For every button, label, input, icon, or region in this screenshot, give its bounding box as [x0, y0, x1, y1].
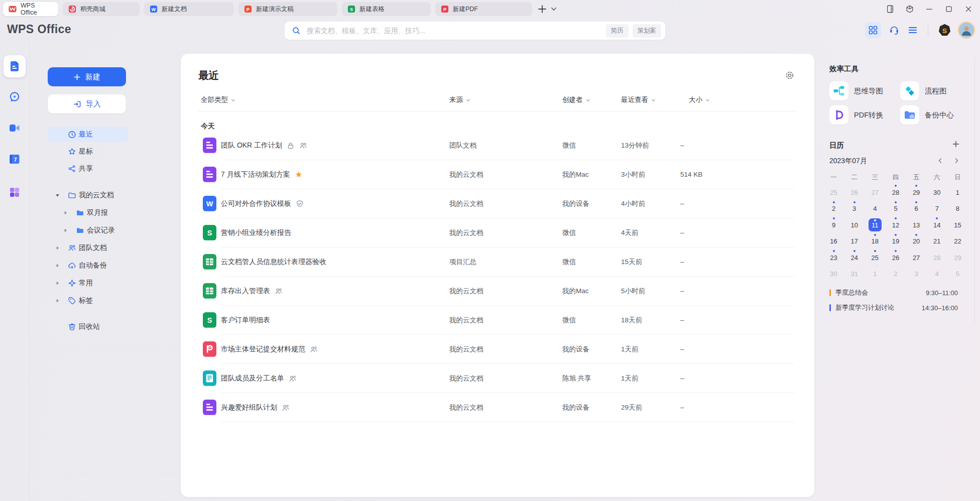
calendar-day[interactable]: 5 [947, 266, 968, 283]
main-menu-icon[interactable] [907, 25, 918, 36]
new-tab-button[interactable] [537, 4, 547, 14]
global-search-bar[interactable]: 简历策划案 [285, 22, 665, 40]
tool-backup-center[interactable]: 备份中心 [900, 105, 969, 124]
sidebar-item-recycle-bin[interactable]: 回收站 [48, 319, 128, 334]
tab-docer-mall[interactable]: 稻壳商城 [63, 2, 140, 16]
calendar-day[interactable]: 26 [885, 249, 906, 266]
sidebar-item-meeting-notes[interactable]: 会议记录 [48, 222, 128, 238]
sidebar-item-shared[interactable]: 共享 [48, 161, 128, 176]
calendar-day[interactable]: 28 [885, 184, 906, 201]
calendar-day[interactable]: 8 [947, 201, 968, 217]
tool-flowchart[interactable]: 流程图 [900, 81, 969, 100]
caret-right-icon[interactable] [55, 263, 60, 268]
column-source[interactable]: 来源 [449, 94, 471, 105]
sidebar-item-my-cloud-docs[interactable]: 我的云文档 [48, 187, 128, 203]
calendar-day[interactable]: 30 [823, 266, 844, 283]
calendar-day[interactable]: 15 [947, 217, 968, 233]
calendar-day[interactable]: 24 [844, 249, 865, 266]
sidebar-item-frequent[interactable]: 常用 [48, 275, 128, 291]
sidebar-item-team-docs[interactable]: 团队文档 [48, 240, 128, 256]
calendar-day[interactable]: 19 [885, 233, 906, 250]
calendar-day[interactable]: 17 [844, 233, 865, 250]
calendar-day[interactable]: 25 [823, 184, 844, 201]
column-size[interactable]: 大小 [689, 94, 710, 105]
close-button[interactable] [964, 5, 973, 14]
file-row[interactable]: S客户订单明细表我的云文档微信18天前– [181, 306, 814, 335]
calendar-day[interactable]: 20 [906, 233, 927, 250]
search-tag-1[interactable]: 简历 [606, 24, 629, 38]
calendar-prev-icon[interactable] [937, 158, 943, 164]
file-row[interactable]: 7 月线下活动策划方案我的云文档我的Mac3小时前514 KB [181, 160, 814, 189]
import-button[interactable]: 导入 [48, 94, 126, 113]
new-document-button[interactable]: 新建 [48, 67, 126, 86]
calendar-day[interactable]: 16 [823, 233, 844, 250]
file-row[interactable]: 库存出入管理表我的云文档我的Mac5小时前– [181, 277, 814, 306]
caret-right-icon[interactable] [63, 227, 68, 233]
tool-pdf-convert[interactable]: PDF转换 [829, 105, 900, 124]
calendar-next-icon[interactable] [953, 158, 959, 164]
calendar-day[interactable]: 27 [865, 184, 885, 201]
caret-right-icon[interactable] [55, 280, 60, 286]
calendar-day[interactable]: 3 [844, 201, 865, 217]
file-row[interactable]: 团队成员及分工名单我的云文档陈旭 共享1天前– [181, 364, 814, 393]
rail-item-apps[interactable] [4, 181, 26, 203]
calendar-day[interactable]: 1 [865, 266, 885, 283]
calendar-day[interactable]: 2 [823, 201, 844, 217]
calendar-day[interactable]: 31 [844, 266, 865, 283]
search-tag-2[interactable]: 策划案 [633, 24, 662, 38]
calendar-day[interactable]: 30 [927, 184, 947, 201]
caret-down-icon[interactable] [55, 192, 60, 198]
calendar-day[interactable]: 25 [865, 249, 885, 266]
avatar[interactable] [959, 23, 974, 38]
calendar-day[interactable]: 18 [865, 233, 885, 250]
tab-new-document[interactable]: W新建文档 [144, 2, 234, 16]
calendar-event[interactable]: 季度总结会9:30–11:00 [829, 285, 958, 300]
file-row[interactable]: S营销小组业绩分析报告我的云文档微信4天前– [181, 218, 814, 247]
sidebar-item-bimonthly-report[interactable]: 双月报 [48, 205, 128, 220]
sidebar-item-auto-backup[interactable]: 自动备份 [48, 258, 128, 273]
tool-mind-map[interactable]: 思维导图 [829, 81, 900, 100]
file-row[interactable]: 市场主体登记提交材料规范我的云文档我的设备1天前– [181, 335, 814, 364]
caret-right-icon[interactable] [55, 245, 60, 250]
tab-new-spreadsheet[interactable]: S新建表格 [342, 2, 431, 16]
file-row[interactable]: 兴趣爱好组队计划我的云文档我的设备29天前– [181, 393, 814, 422]
calendar-day[interactable]: 3 [906, 266, 927, 283]
settings-gear-icon[interactable] [785, 70, 795, 80]
sidebar-item-starred[interactable]: 星标 [48, 144, 128, 159]
calendar-day[interactable]: 27 [906, 249, 927, 266]
column-last-viewed[interactable]: 最近查看 [621, 94, 656, 105]
rail-item-docs-home[interactable] [4, 55, 26, 77]
calendar-day[interactable]: 4 [865, 201, 885, 217]
calendar-day[interactable]: 10 [844, 217, 865, 233]
file-row[interactable]: 云文档管人员信息统计表理器验收项目汇总微信15天前– [181, 247, 814, 277]
search-input[interactable] [306, 26, 601, 35]
calendar-day[interactable]: 4 [927, 266, 947, 283]
calendar-day[interactable]: 21 [927, 233, 947, 250]
calendar-day[interactable]: 29 [947, 249, 968, 266]
calendar-day[interactable]: 14 [927, 217, 947, 233]
calendar-day[interactable]: 7 [927, 201, 947, 217]
workspace-button[interactable] [905, 5, 914, 14]
calendar-day[interactable]: 29 [906, 184, 927, 201]
tab-new-presentation[interactable]: P新建演示文稿 [238, 2, 337, 16]
calendar-day[interactable]: 9 [823, 217, 844, 233]
calendar-day[interactable]: 5 [885, 201, 906, 217]
support-icon[interactable] [889, 25, 900, 36]
sidebar-item-tags[interactable]: 标签 [48, 293, 128, 308]
calendar-day-selected[interactable]: 11 [865, 217, 885, 233]
column-creator[interactable]: 创建者 [562, 94, 591, 105]
svip-badge-icon[interactable]: S [938, 24, 951, 37]
calendar-day[interactable]: 22 [947, 233, 968, 250]
minimize-button[interactable] [925, 5, 934, 14]
calendar-day[interactable]: 13 [906, 217, 927, 233]
filter-all-types[interactable]: 全部类型 [201, 94, 236, 105]
calendar-day[interactable]: 1 [947, 184, 968, 201]
calendar-day[interactable]: 12 [885, 217, 906, 233]
rail-item-calendar-app[interactable]: 7 [4, 148, 26, 170]
calendar-day[interactable]: 23 [823, 249, 844, 266]
calendar-day[interactable]: 26 [844, 184, 865, 201]
calendar-day[interactable]: 2 [885, 266, 906, 283]
file-row[interactable]: W公司对外合作协议模板我的云文档我的设备4小时前– [181, 189, 814, 218]
split-view-button[interactable] [886, 5, 895, 14]
rail-item-meeting[interactable] [4, 117, 26, 139]
